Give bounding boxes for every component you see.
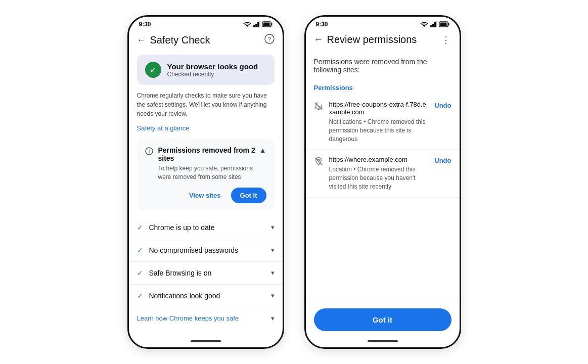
signal-icon — [253, 21, 260, 27]
green-check-icon: ✓ — [145, 62, 161, 78]
svg-rect-14 — [432, 24, 434, 27]
check-icon-3: ✓ — [137, 292, 143, 300]
perm-content-1: https://where.example.com Location • Chr… — [329, 156, 429, 191]
check-item-0[interactable]: ✓ Chrome is up to date ▾ — [129, 216, 283, 239]
safety-link[interactable]: Safety at a glance — [129, 124, 283, 139]
svg-rect-15 — [434, 22, 436, 27]
svg-rect-16 — [436, 21, 437, 27]
permissions-card-header: i Permissions removed from 2 sites To he… — [145, 146, 266, 181]
phone-safety-check: 9:30 — [127, 15, 284, 349]
wifi-icon-2 — [420, 21, 428, 27]
chevron-down-icon-1: ▾ — [271, 246, 275, 254]
permission-item-0: https://free-coupons-extra-f.78d.example… — [306, 95, 460, 150]
svg-rect-6 — [271, 23, 272, 26]
permissions-card-left: i Permissions removed from 2 sites To he… — [145, 146, 259, 181]
wifi-icon — [243, 21, 251, 27]
svg-rect-7 — [263, 23, 269, 26]
back-button-2[interactable]: ← — [314, 34, 323, 45]
time-2: 9:30 — [316, 21, 328, 28]
app-bar-1: ← Safety Check ? — [129, 30, 283, 51]
chevron-down-icon-0: ▾ — [271, 223, 275, 231]
chevron-down-icon-3: ▾ — [271, 292, 275, 299]
info-icon: i — [145, 147, 153, 157]
bottom-link-text: Learn how Chrome keeps you safe — [137, 314, 239, 322]
time-1: 9:30 — [139, 21, 151, 28]
check-item-1[interactable]: ✓ No compromised passwords ▾ — [129, 239, 283, 262]
home-bar-line-1 — [191, 340, 221, 342]
phones-container: 9:30 — [127, 15, 461, 349]
perm-desc-0: Notifications • Chrome removed this perm… — [329, 118, 429, 143]
perm-content-0: https://free-coupons-extra-f.78d.example… — [329, 101, 429, 143]
status-card: ✓ Your browser looks good Checked recent… — [137, 55, 275, 85]
phone-review-permissions: 9:30 — [304, 15, 461, 349]
check-icon-1: ✓ — [137, 246, 143, 254]
app-bar-left-1: ← Safety Check — [137, 34, 210, 46]
check-label-0: Chrome is up to date — [149, 223, 215, 232]
svg-rect-2 — [255, 24, 257, 27]
status-card-title: Your browser looks good — [167, 62, 258, 71]
status-card-text: Your browser looks good Checked recently — [167, 62, 258, 78]
check-items-list: ✓ Chrome is up to date ▾ ✓ No compromise… — [129, 216, 283, 307]
permissions-section-label: Permissions — [306, 80, 460, 95]
permissions-card-subtitle: To help keep you safe, permissions were … — [158, 164, 259, 181]
perm-url-0: https://free-coupons-extra-f.78d.example… — [329, 101, 429, 116]
chevron-down-icon-2: ▾ — [271, 269, 275, 277]
permission-item-1: https://where.example.com Location • Chr… — [306, 150, 460, 197]
check-item-3[interactable]: ✓ Notifications look good ▾ — [129, 285, 283, 307]
svg-rect-19 — [440, 23, 446, 26]
svg-rect-18 — [448, 23, 449, 26]
home-bar-line-2 — [368, 340, 398, 342]
content-2: Permissions were removed from the follow… — [306, 50, 460, 302]
help-icon[interactable]: ? — [264, 34, 275, 47]
more-options-icon[interactable]: ⋮ — [441, 34, 451, 46]
app-bar-left-2: ← Review permissions — [314, 34, 417, 46]
svg-rect-1 — [253, 25, 255, 27]
check-label-3: Notifications look good — [149, 292, 220, 300]
description-text: Chrome regularly checks to make sure you… — [129, 91, 283, 124]
permissions-card-content: Permissions removed from 2 sites To help… — [158, 146, 259, 181]
notification-off-icon — [314, 102, 323, 113]
permissions-header-text: Permissions were removed from the follow… — [306, 54, 460, 80]
check-icon-2: ✓ — [137, 269, 143, 277]
battery-icon — [262, 21, 273, 27]
svg-point-12 — [424, 26, 425, 27]
check-label-1: No compromised passwords — [149, 246, 239, 254]
bottom-button-container: Got it — [306, 302, 460, 335]
view-sites-button[interactable]: View sites — [185, 188, 225, 203]
got-it-button-bottom[interactable]: Got it — [314, 308, 451, 331]
home-bar-1 — [129, 335, 283, 347]
svg-point-0 — [247, 26, 248, 27]
undo-button-0[interactable]: Undo — [434, 102, 451, 109]
check-item-left-0: ✓ Chrome is up to date — [137, 223, 215, 232]
chevron-up-icon[interactable]: ▲ — [259, 146, 266, 154]
permissions-card-title: Permissions removed from 2 sites — [158, 146, 259, 162]
permissions-card-actions: View sites Got it — [145, 188, 266, 203]
svg-rect-13 — [430, 25, 432, 27]
perm-url-1: https://where.example.com — [329, 156, 429, 163]
signal-icon-2 — [430, 21, 437, 27]
app-bar-2: ← Review permissions ⋮ — [306, 30, 460, 50]
svg-rect-3 — [257, 22, 259, 27]
check-item-left-2: ✓ Safe Browsing is on — [137, 269, 212, 277]
undo-button-1[interactable]: Undo — [434, 157, 451, 164]
check-item-left-1: ✓ No compromised passwords — [137, 246, 239, 254]
page-title-1: Safety Check — [150, 34, 210, 46]
svg-text:?: ? — [267, 36, 271, 43]
got-it-button-card[interactable]: Got it — [231, 188, 266, 203]
content-1: ✓ Your browser looks good Checked recent… — [129, 51, 283, 335]
bottom-link[interactable]: Learn how Chrome keeps you safe ▾ — [129, 307, 283, 329]
status-card-subtitle: Checked recently — [167, 71, 258, 78]
back-button-1[interactable]: ← — [137, 35, 146, 46]
check-item-left-3: ✓ Notifications look good — [137, 292, 220, 300]
status-bar-2: 9:30 — [306, 17, 460, 30]
status-icons-1 — [243, 21, 273, 27]
check-item-2[interactable]: ✓ Safe Browsing is on ▾ — [129, 262, 283, 285]
page-title-2: Review permissions — [327, 34, 417, 46]
check-label-2: Safe Browsing is on — [149, 269, 212, 277]
permissions-card: i Permissions removed from 2 sites To he… — [137, 139, 275, 210]
svg-rect-4 — [259, 21, 260, 27]
chevron-down-icon-bottom: ▾ — [271, 314, 275, 322]
home-bar-2 — [306, 335, 460, 347]
perm-desc-1: Location • Chrome removed this permissio… — [329, 165, 429, 191]
status-icons-2 — [420, 21, 449, 27]
